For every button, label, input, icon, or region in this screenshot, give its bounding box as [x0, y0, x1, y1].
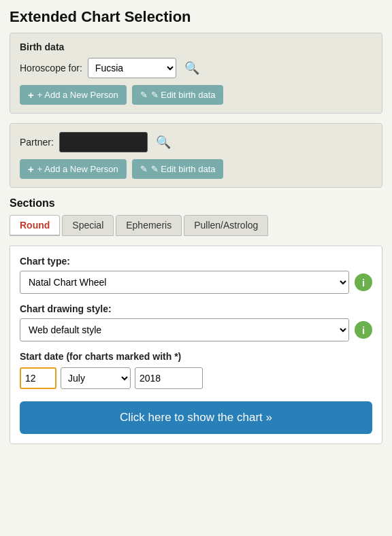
chart-drawing-style-label: Chart drawing style: [20, 303, 372, 314]
birth-data-card: Birth data Horoscope for: Fucsia 🔍 + + A… [10, 33, 382, 114]
form-section: Chart type: Natal Chart Wheel i Chart dr… [10, 246, 382, 444]
tab-pullen[interactable]: Pullen/Astrolog [184, 215, 268, 236]
search-icon: 🔍 [184, 61, 199, 75]
partner-select[interactable] [59, 132, 148, 152]
edit-partner-label: ✎ Edit birth data [151, 164, 216, 174]
tabs-row: Round Special Ephemeris Pullen/Astrolog [10, 215, 382, 236]
tab-special[interactable]: Special [62, 215, 114, 236]
chart-type-row: Natal Chart Wheel i [20, 271, 372, 294]
edit-birth-data-button[interactable]: ✎ ✎ Edit birth data [132, 85, 224, 105]
birth-data-btn-group: + + Add a New Person ✎ ✎ Edit birth data [20, 85, 372, 105]
edit-birth-label: ✎ Edit birth data [151, 90, 216, 100]
start-date-label: Start date (for charts marked with *) [20, 351, 372, 362]
page-title: Extended Chart Selection [10, 8, 382, 26]
chart-type-label: Chart type: [20, 256, 372, 267]
partner-btn-group: + + Add a New Person ✎ ✎ Edit birth data [20, 159, 372, 179]
chart-drawing-style-info-icon[interactable]: i [355, 321, 372, 339]
sections-area: Sections Round Special Ephemeris Pullen/… [10, 197, 382, 444]
add-new-partner-button[interactable]: + + Add a New Person [20, 159, 127, 179]
plus-icon: + [28, 163, 34, 175]
horoscope-search-button[interactable]: 🔍 [182, 59, 202, 77]
chart-drawing-style-select[interactable]: Web default style [20, 318, 349, 341]
edit-icon: ✎ [140, 164, 148, 174]
partner-row: Partner: 🔍 [20, 132, 372, 152]
birth-data-label: Birth data [20, 41, 372, 52]
add-new-person-button[interactable]: + + Add a New Person [20, 85, 127, 105]
date-row: January February March April May June Ju… [20, 367, 372, 389]
partner-card: Partner: 🔍 + + Add a New Person ✎ ✎ Edit… [10, 123, 382, 188]
sections-title: Sections [10, 197, 382, 210]
edit-icon: ✎ [140, 90, 148, 100]
chart-drawing-style-row: Web default style i [20, 318, 372, 341]
edit-partner-birth-button[interactable]: ✎ ✎ Edit birth data [132, 159, 224, 179]
partner-label: Partner: [20, 137, 54, 148]
show-chart-button[interactable]: Click here to show the chart » [20, 401, 372, 434]
horoscope-label: Horoscope for: [20, 63, 82, 73]
chart-type-info-icon[interactable]: i [355, 273, 372, 291]
tab-round[interactable]: Round [10, 215, 60, 236]
chart-type-select[interactable]: Natal Chart Wheel [20, 271, 349, 294]
add-person-label: + Add a New Person [37, 90, 118, 100]
horoscope-select[interactable]: Fucsia [88, 58, 176, 78]
horoscope-row: Horoscope for: Fucsia 🔍 [20, 58, 372, 78]
add-partner-label: + Add a New Person [37, 164, 118, 174]
start-date-day-input[interactable] [20, 367, 56, 389]
start-date-year-input[interactable] [135, 367, 203, 389]
tab-ephemeris[interactable]: Ephemeris [116, 215, 182, 236]
plus-icon: + [28, 89, 34, 101]
partner-search-button[interactable]: 🔍 [153, 133, 174, 151]
search-icon: 🔍 [156, 135, 171, 149]
page-container: Extended Chart Selection Birth data Horo… [0, 0, 392, 455]
start-date-month-select[interactable]: January February March April May June Ju… [61, 367, 131, 389]
